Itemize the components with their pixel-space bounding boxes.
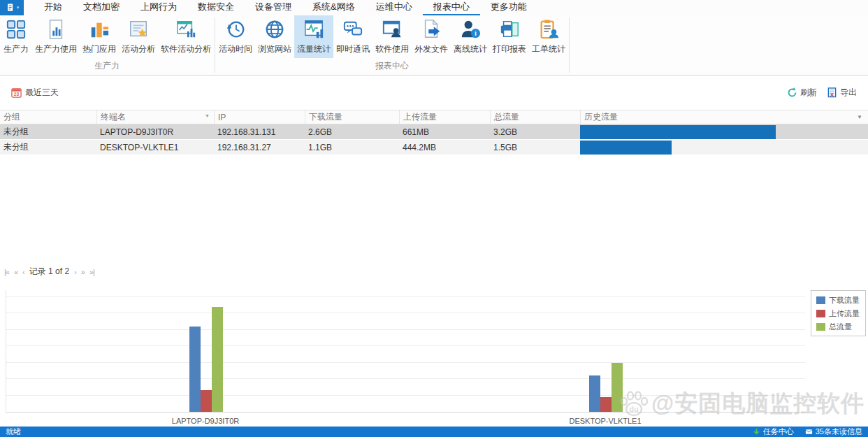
- task-center-label: 任务中心: [763, 427, 794, 437]
- ribbon-group-label: 生产力: [0, 58, 214, 75]
- ribbon-button-globe[interactable]: 浏览网站: [255, 15, 294, 58]
- chart-gridline: [6, 378, 805, 379]
- envelope-icon: [805, 428, 813, 436]
- ribbon-button-label: 生产力使用: [35, 43, 77, 55]
- ribbon-separator: [569, 17, 570, 73]
- column-header-label: IP: [218, 113, 226, 122]
- column-header-label: 总流量: [494, 111, 519, 123]
- export-button[interactable]: X 导出: [827, 87, 857, 99]
- unread-messages-button[interactable]: 35条未读信息: [805, 427, 862, 437]
- column-header-2[interactable]: 终端名▼: [96, 110, 214, 124]
- ribbon-button-label: 热门应用: [82, 43, 116, 55]
- chart-bar-总流量: [212, 307, 223, 412]
- refresh-icon: [787, 87, 797, 98]
- legend-label: 上传流量: [829, 308, 860, 319]
- chart-plot: [6, 290, 805, 413]
- ribbon-button-label: 外发文件: [414, 43, 448, 55]
- svg-text:i: i: [475, 30, 477, 37]
- refresh-button[interactable]: 刷新: [787, 87, 817, 99]
- window-chart-icon: [174, 17, 198, 42]
- ribbon-button-doc-star[interactable]: 活动分析: [119, 15, 158, 58]
- menu-tab[interactable]: 设备管理: [245, 0, 302, 15]
- download-arrow-icon: [753, 428, 760, 436]
- svg-text:23: 23: [14, 92, 20, 96]
- ribbon-button-row: 活动时间浏览网站流量统计即时通讯软件使用外发文件i离线统计打印报表工单统计: [216, 15, 568, 58]
- column-header-4[interactable]: 下载流量: [305, 110, 399, 124]
- table-row[interactable]: 未分组LAPTOP-D9J3IT0R192.168.31.1312.6GB661…: [0, 124, 868, 139]
- column-header-7[interactable]: 历史流量▼: [580, 110, 868, 124]
- globe-icon: [263, 17, 287, 42]
- chart-bar-下载流量: [589, 375, 600, 412]
- window-user-icon: [380, 17, 404, 42]
- ribbon-button-label: 软件活动分析: [161, 43, 211, 55]
- table-row[interactable]: 未分组DESKTOP-VLKTLE1192.168.31.271.1GB444.…: [0, 140, 868, 155]
- pager: |««‹记录 1 of 2›»»|: [4, 266, 94, 278]
- traffic-pulse-icon: [302, 17, 326, 42]
- ribbon-button-doc-chart[interactable]: 生产力使用: [32, 15, 80, 58]
- menu-tab[interactable]: 系统&网络: [302, 0, 366, 15]
- ribbon-button-hot-bars[interactable]: 热门应用: [80, 15, 119, 58]
- task-center-button[interactable]: 任务中心: [753, 427, 794, 437]
- ribbon-button-label: 打印报表: [493, 43, 526, 55]
- pager-prev-button[interactable]: ‹: [22, 268, 24, 276]
- svg-text:X: X: [830, 91, 834, 97]
- export-label: 导出: [840, 87, 857, 99]
- ribbon: 生产力生产力使用热门应用活动分析软件活动分析生产力活动时间浏览网站流量统计即时通…: [0, 15, 868, 76]
- filter-icon[interactable]: ▼: [205, 113, 210, 118]
- group-cell: 未分组: [0, 126, 96, 138]
- doc-chart-icon: [44, 17, 68, 42]
- menu-tab[interactable]: 开始: [34, 0, 73, 15]
- menu-tab[interactable]: 更多功能: [480, 0, 537, 15]
- ribbon-button-doc-arrow[interactable]: 外发文件: [412, 15, 451, 58]
- column-header-1[interactable]: 分组: [0, 110, 96, 124]
- chart-gridline: [6, 296, 805, 297]
- ribbon-button-grid[interactable]: 生产力: [0, 15, 32, 58]
- date-range-filter[interactable]: 23 最近三天: [11, 87, 59, 99]
- ribbon-button-window-user[interactable]: 软件使用: [372, 15, 412, 58]
- status-bar: 就绪 任务中心 35条未读信息: [0, 427, 868, 437]
- ribbon-button-traffic-pulse[interactable]: 流量统计: [294, 15, 333, 58]
- ribbon-button-user-info[interactable]: i离线统计: [451, 15, 490, 58]
- table-body: 未分组LAPTOP-D9J3IT0R192.168.31.1312.6GB661…: [0, 124, 868, 155]
- pager-next-button[interactable]: »: [81, 268, 85, 276]
- ribbon-button-window-chart[interactable]: 软件活动分析: [158, 15, 214, 58]
- filter-bar-right: 刷新 X 导出: [787, 87, 857, 99]
- export-icon: X: [827, 87, 837, 98]
- column-chooser-icon[interactable]: ▼: [857, 114, 862, 120]
- table-header: 分组终端名▼IP下载流量上传流量总流量历史流量▼: [0, 110, 868, 124]
- status-bar-right: 任务中心 35条未读信息: [753, 427, 862, 437]
- ribbon-button-label: 浏览网站: [258, 43, 291, 55]
- chart-legend: 下载流量上传流量总流量: [811, 290, 866, 336]
- app-menu-button[interactable]: ▾: [0, 0, 24, 15]
- pager-prev-button[interactable]: «: [14, 268, 17, 276]
- application-window: ▾ 开始文档加密上网行为数据安全设备管理系统&网络运维中心报表中心更多功能 生产…: [0, 0, 868, 437]
- column-header-6[interactable]: 总流量: [490, 110, 580, 124]
- calendar-icon: 23: [11, 87, 22, 98]
- legend-swatch: [816, 323, 825, 331]
- ribbon-button-chat-bubbles[interactable]: 即时通讯: [333, 15, 372, 58]
- menu-tab[interactable]: 运维中心: [366, 0, 423, 15]
- ribbon-button-label: 活动分析: [122, 43, 155, 55]
- ribbon-group: 生产力生产力使用热门应用活动分析软件活动分析生产力: [0, 15, 214, 75]
- doc-star-icon: [126, 17, 150, 42]
- ribbon-group: 活动时间浏览网站流量统计即时通讯软件使用外发文件i离线统计打印报表工单统计报表中…: [216, 15, 568, 75]
- menu-tab[interactable]: 报表中心: [423, 0, 480, 15]
- pager-next-button[interactable]: »|: [89, 268, 94, 276]
- legend-item: 总流量: [816, 322, 861, 332]
- column-header-5[interactable]: 上传流量: [399, 110, 490, 124]
- ribbon-button-label: 即时通讯: [336, 43, 370, 55]
- ribbon-button-clipboard-user[interactable]: 工单统计: [529, 15, 568, 58]
- pager-next-button[interactable]: ›: [74, 268, 76, 276]
- app-list-icon: [5, 2, 16, 13]
- chart-bar-上传流量: [600, 397, 612, 412]
- menu-tab[interactable]: 上网行为: [130, 0, 187, 15]
- ribbon-button-row: 生产力生产力使用热门应用活动分析软件活动分析: [0, 15, 214, 58]
- menu-tab[interactable]: 文档加密: [73, 0, 130, 15]
- menu-tab[interactable]: 数据安全: [187, 0, 245, 15]
- history-cell: [580, 125, 868, 139]
- pager-prev-button[interactable]: |«: [4, 268, 9, 276]
- column-header-3[interactable]: IP: [214, 110, 305, 124]
- ribbon-button-printer[interactable]: 打印报表: [490, 15, 529, 58]
- ribbon-button-history-clock[interactable]: 活动时间: [216, 15, 255, 58]
- terminal-cell: LAPTOP-D9J3IT0R: [96, 127, 214, 137]
